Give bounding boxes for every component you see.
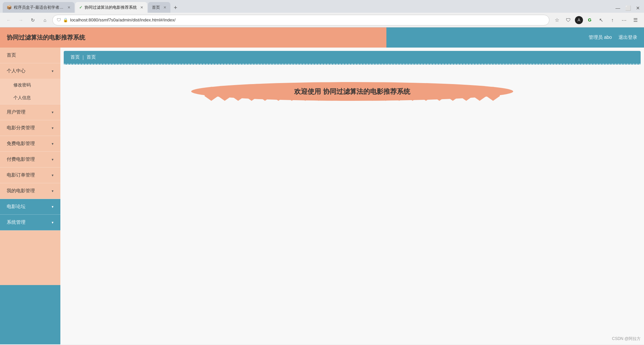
tab1-favicon: 📦 xyxy=(7,5,12,10)
sidebar-sys-mgmt-label: 系统管理 xyxy=(7,219,25,225)
tab2-close-icon[interactable]: ✕ xyxy=(140,5,143,10)
logout-button[interactable]: 退出登录 xyxy=(619,34,637,41)
tab-3[interactable]: 首页 ✕ xyxy=(148,2,170,13)
profile-icon[interactable]: A xyxy=(575,16,583,24)
tab1-label: 程序员盒子-最适合初学者的免... xyxy=(14,5,64,10)
welcome-area: 欢迎使用 协同过滤算法的电影推荐系统 xyxy=(184,78,520,105)
sidebar-my-movie-header[interactable]: 我的电影管理 ▾ xyxy=(0,183,60,199)
maximize-button[interactable]: ⬜ xyxy=(623,3,633,13)
cursor-icon[interactable]: ↖ xyxy=(596,15,606,25)
tab-strip: 📦 程序员盒子-最适合初学者的免... ✕ ✓ 协同过滤算法的电影推荐系统 ✕ … xyxy=(0,0,644,13)
tab2-favicon: ✓ xyxy=(79,5,83,10)
sidebar-item-sys-mgmt[interactable]: 系统管理 ▾ xyxy=(0,215,60,230)
sidebar-my-movie-label: 我的电影管理 xyxy=(7,188,35,194)
sidebar-profile[interactable]: 个人信息 xyxy=(0,91,60,104)
sidebar-movie-cat-label: 电影分类管理 xyxy=(7,125,35,131)
tab-1[interactable]: 📦 程序员盒子-最适合初学者的免... ✕ xyxy=(3,2,74,13)
breadcrumb-current: 首页 xyxy=(87,54,96,60)
breadcrumb-separator: | xyxy=(83,55,84,60)
sidebar-movie-order-header[interactable]: 电影订单管理 ▾ xyxy=(0,167,60,183)
sidebar-movie-cat-header[interactable]: 电影分类管理 ▾ xyxy=(0,120,60,136)
browser-window: 📦 程序员盒子-最适合初学者的免... ✕ ✓ 协同过滤算法的电影推荐系统 ✕ … xyxy=(0,0,644,344)
sidebar-movie-order-label: 电影订单管理 xyxy=(7,172,35,178)
tab3-label: 首页 xyxy=(152,5,160,10)
sidebar-user-mgmt-header[interactable]: 用户管理 ▾ xyxy=(0,105,60,120)
lock-icon: 🔒 xyxy=(63,18,68,22)
menu-icon[interactable]: ☰ xyxy=(631,15,640,25)
sidebar-item-movie-forum[interactable]: 电影论坛 ▾ xyxy=(0,199,60,215)
browser-controls-right: — ⬜ ✕ xyxy=(613,3,644,13)
main-content: 首页 | 首页 欢迎使用 协同过滤算法的电影推荐系统 xyxy=(60,48,644,344)
chevron-down-icon-5: ▾ xyxy=(52,157,54,162)
sidebar-home-label: 首页 xyxy=(7,52,16,58)
sidebar-sys-mgmt-header[interactable]: 系统管理 ▾ xyxy=(0,215,60,230)
extension-shield-icon[interactable]: 🛡 xyxy=(564,15,573,25)
close-button[interactable]: ✕ xyxy=(633,3,643,13)
sidebar-change-pwd[interactable]: 修改密码 xyxy=(0,79,60,91)
sidebar-movie-forum-label: 电影论坛 xyxy=(7,204,25,210)
sidebar-free-movie-header[interactable]: 免费电影管理 ▾ xyxy=(0,136,60,151)
sidebar-movie-forum-header[interactable]: 电影论坛 ▾ xyxy=(0,199,60,214)
toolbar-right-icons: ☆ 🛡 A G ↖ ↑ ⋯ ☰ xyxy=(552,15,640,25)
tab-2[interactable]: ✓ 协同过滤算法的电影推荐系统 ✕ xyxy=(75,2,147,13)
tab2-label: 协同过滤算法的电影推荐系统 xyxy=(85,5,137,10)
tab1-close-icon[interactable]: ✕ xyxy=(67,5,70,10)
chevron-down-icon-4: ▾ xyxy=(52,142,54,146)
sidebar-item-user-mgmt[interactable]: 用户管理 ▾ xyxy=(0,105,60,120)
tab3-close-icon[interactable]: ✕ xyxy=(163,5,166,10)
app-title: 协同过滤算法的电影推荐系统 xyxy=(7,33,85,42)
browser-toolbar: ← → ↻ ⌂ 🛡 🔒 localhost:8080/ssmf7s0a/admi… xyxy=(0,13,644,27)
chevron-down-icon-3: ▾ xyxy=(52,126,54,130)
sidebar-item-movie-cat[interactable]: 电影分类管理 ▾ xyxy=(0,120,60,136)
sidebar-personal-submenu: 修改密码 个人信息 xyxy=(0,79,60,104)
minimize-button[interactable]: — xyxy=(613,3,623,13)
refresh-button[interactable]: ↻ xyxy=(28,15,38,25)
grammarly-icon[interactable]: G xyxy=(585,15,594,25)
home-button[interactable]: ⌂ xyxy=(40,15,50,25)
bookmark-icon[interactable]: ☆ xyxy=(552,15,561,25)
share-icon[interactable]: ↑ xyxy=(608,15,617,25)
admin-label: 管理员 abo xyxy=(589,34,612,41)
sidebar-item-movie-order[interactable]: 电影订单管理 ▾ xyxy=(0,167,60,183)
chevron-down-icon-2: ▾ xyxy=(52,110,54,115)
header-right: 管理员 abo 退出登录 xyxy=(589,34,637,41)
sidebar-personal-header[interactable]: 个人中心 ▾ xyxy=(0,63,60,79)
sidebar-item-my-movie[interactable]: 我的电影管理 ▾ xyxy=(0,183,60,199)
shield-icon: 🛡 xyxy=(57,17,61,22)
app-header: 协同过滤算法的电影推荐系统 管理员 abo 退出登录 xyxy=(0,27,644,48)
app-wrapper: 协同过滤算法的电影推荐系统 管理员 abo 退出登录 首页 xyxy=(0,27,644,344)
back-button[interactable]: ← xyxy=(4,15,13,25)
chevron-down-icon-7: ▾ xyxy=(52,189,54,193)
csdn-watermark: CSDN @阿拉方 xyxy=(612,336,641,342)
sidebar-user-mgmt-label: 用户管理 xyxy=(7,109,25,115)
forward-button[interactable]: → xyxy=(16,15,25,25)
sidebar-item-personal[interactable]: 个人中心 ▾ 修改密码 个人信息 xyxy=(0,63,60,105)
app-body: 首页 个人中心 ▾ 修改密码 个人信息 xyxy=(0,48,644,344)
more-tools-icon[interactable]: ⋯ xyxy=(619,15,629,25)
sidebar-item-home[interactable]: 首页 xyxy=(0,48,60,63)
breadcrumb-home[interactable]: 首页 xyxy=(70,54,80,60)
address-text: localhost:8080/ssmf7s0a/admin/dist/index… xyxy=(70,17,175,22)
sidebar-menu: 首页 个人中心 ▾ 修改密码 个人信息 xyxy=(0,48,60,230)
sidebar-paid-movie-label: 付费电影管理 xyxy=(7,156,35,162)
sidebar-home-header[interactable]: 首页 xyxy=(0,48,60,63)
sidebar-item-free-movie[interactable]: 免费电影管理 ▾ xyxy=(0,136,60,152)
sidebar-item-paid-movie[interactable]: 付费电影管理 ▾ xyxy=(0,152,60,167)
chevron-down-icon-6: ▾ xyxy=(52,173,54,178)
welcome-text: 欢迎使用 协同过滤算法的电影推荐系统 xyxy=(294,87,410,96)
chevron-down-icon: ▾ xyxy=(52,69,54,73)
sidebar-paid-movie-header[interactable]: 付费电影管理 ▾ xyxy=(0,152,60,167)
new-tab-button[interactable]: + xyxy=(171,3,180,13)
sidebar: 首页 个人中心 ▾ 修改密码 个人信息 xyxy=(0,48,60,344)
breadcrumb: 首页 | 首页 xyxy=(64,51,641,65)
sidebar-personal-label: 个人中心 xyxy=(7,68,25,74)
address-bar[interactable]: 🛡 🔒 localhost:8080/ssmf7s0a/admin/dist/i… xyxy=(52,15,549,25)
sidebar-free-movie-label: 免费电影管理 xyxy=(7,141,35,147)
chevron-down-icon-9: ▾ xyxy=(52,220,54,225)
chevron-down-icon-8: ▾ xyxy=(52,205,54,209)
